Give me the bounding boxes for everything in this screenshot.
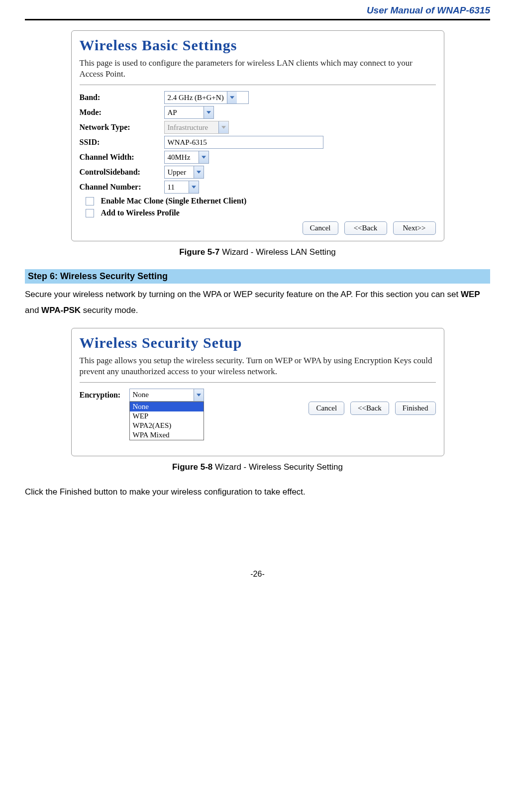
encryption-option-wpa2aes[interactable]: WPA2(AES) <box>130 421 204 430</box>
mode-row: Mode: AP <box>80 106 436 119</box>
back-button[interactable]: <<Back <box>344 221 387 235</box>
mode-select[interactable]: AP <box>164 106 214 119</box>
panel-title: Wireless Basic Settings <box>80 37 436 54</box>
mac-clone-label: Enable Mac Clone (Single Ethernet Client… <box>101 197 247 205</box>
chevron-down-icon <box>218 121 228 133</box>
chevron-down-icon <box>194 389 204 401</box>
network-type-select: Infrastructure <box>164 121 229 134</box>
wireless-security-setup-panel: Wireless Security Setup This page allows… <box>71 328 444 456</box>
t: and <box>25 305 41 315</box>
caption-text: Wizard - Wireless Security Setting <box>212 462 343 472</box>
t: security mode. <box>81 305 138 315</box>
network-type-row: Network Type: Infrastructure <box>80 121 436 134</box>
page-header: User Manual of WNAP-6315 <box>25 0 490 20</box>
add-profile-checkbox[interactable] <box>86 209 94 217</box>
cancel-button[interactable]: Cancel <box>309 402 344 415</box>
ssid-label: SSID: <box>80 138 164 147</box>
channel-number-label: Channel Number: <box>80 183 164 192</box>
panel-title: Wireless Security Setup <box>80 334 436 351</box>
chevron-down-icon <box>189 181 199 193</box>
t: WEP <box>461 290 480 299</box>
chevron-down-icon <box>194 166 204 178</box>
control-sideband-value: Upper <box>168 168 191 177</box>
wireless-basic-settings-panel: Wireless Basic Settings This page is use… <box>71 30 444 241</box>
mac-clone-checkbox[interactable] <box>86 197 94 205</box>
step-6-body: Secure your wireless network by turning … <box>25 287 490 319</box>
chevron-down-icon <box>227 92 237 103</box>
band-row: Band: 2.4 GHz (B+G+N) <box>80 91 436 104</box>
channel-width-label: Channel Width: <box>80 153 164 162</box>
next-button[interactable]: Next>> <box>393 221 436 235</box>
ssid-input[interactable] <box>164 136 323 149</box>
separator <box>80 382 436 383</box>
mode-label: Mode: <box>80 108 164 117</box>
cancel-button[interactable]: Cancel <box>303 221 338 235</box>
chevron-down-icon <box>199 151 208 163</box>
caption-text: Wizard - Wireless LAN Setting <box>219 247 335 257</box>
control-sideband-select[interactable]: Upper <box>164 166 204 179</box>
encryption-select[interactable]: None <box>129 389 204 402</box>
caption-bold: Figure 5-7 <box>179 247 219 257</box>
closing-text: Click the Finished button to make your w… <box>25 484 490 500</box>
encryption-value: None <box>133 391 191 399</box>
band-label: Band: <box>80 93 164 102</box>
t: WPA-PSK <box>41 305 81 315</box>
network-type-label: Network Type: <box>80 123 164 132</box>
panel-description: This page allows you setup the wireless … <box>80 355 436 377</box>
band-value: 2.4 GHz (B+G+N) <box>168 94 224 102</box>
channel-number-row: Channel Number: 11 <box>80 181 436 194</box>
encryption-dropdown-list: None WEP WPA2(AES) WPA Mixed <box>129 402 204 440</box>
encryption-option-wpamixed[interactable]: WPA Mixed <box>130 430 204 440</box>
channel-width-row: Channel Width: 40MHz <box>80 151 436 164</box>
separator <box>80 85 436 85</box>
finished-button[interactable]: Finished <box>395 402 436 415</box>
channel-width-select[interactable]: 40MHz <box>164 151 209 164</box>
band-select[interactable]: 2.4 GHz (B+G+N) <box>164 91 249 104</box>
button-row: Cancel <<Back Finished <box>204 402 436 415</box>
panel-description: This page is used to configure the param… <box>80 58 436 80</box>
back-button[interactable]: <<Back <box>350 402 389 415</box>
step-6-heading: Step 6: Wireless Security Setting <box>25 269 490 284</box>
mode-value: AP <box>168 108 201 117</box>
button-row: Cancel <<Back Next>> <box>80 221 436 235</box>
ssid-row: SSID: <box>80 136 436 149</box>
control-sideband-label: ControlSideband: <box>80 168 164 177</box>
control-sideband-row: ControlSideband: Upper <box>80 166 436 179</box>
mac-clone-row: Enable Mac Clone (Single Ethernet Client… <box>86 197 436 205</box>
channel-number-select[interactable]: 11 <box>164 181 199 194</box>
caption-bold: Figure 5-8 <box>172 462 212 472</box>
add-profile-row: Add to Wireless Profile <box>86 208 436 217</box>
encryption-option-none[interactable]: None <box>130 402 204 411</box>
channel-width-value: 40MHz <box>168 153 196 162</box>
chevron-down-icon <box>204 106 213 118</box>
page-number: -26- <box>25 570 490 579</box>
channel-number-value: 11 <box>168 183 186 192</box>
figure-5-8-caption: Figure 5-8 Wizard - Wireless Security Se… <box>25 462 490 472</box>
encryption-label: Encryption: <box>80 389 129 400</box>
add-profile-label: Add to Wireless Profile <box>101 208 180 217</box>
figure-5-7-caption: Figure 5-7 Wizard - Wireless LAN Setting <box>25 247 490 257</box>
encryption-option-wep[interactable]: WEP <box>130 411 204 421</box>
encryption-select-wrapper: None None WEP WPA2(AES) WPA Mixed <box>129 389 204 402</box>
network-type-value: Infrastructure <box>168 123 215 132</box>
t: Secure your wireless network by turning … <box>25 290 461 299</box>
